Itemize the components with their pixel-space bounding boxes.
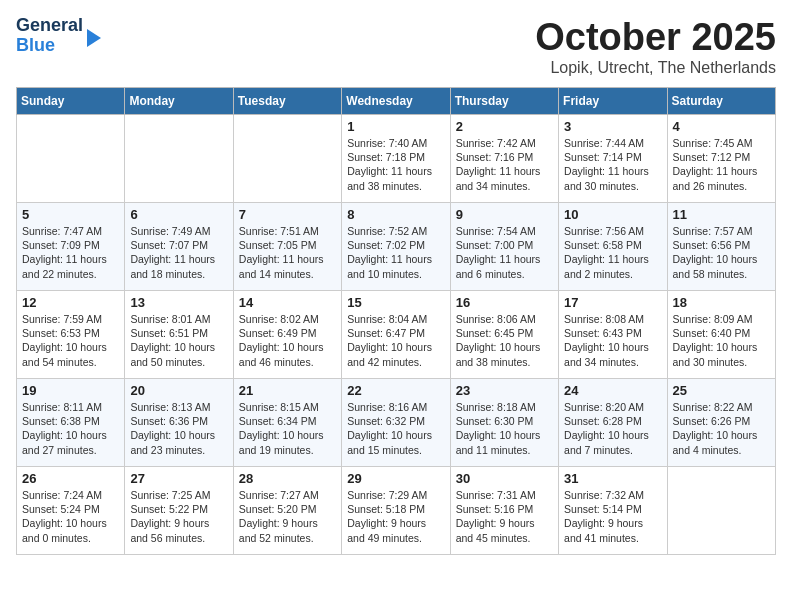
calendar-cell: 26Sunrise: 7:24 AM Sunset: 5:24 PM Dayli… <box>17 467 125 555</box>
calendar-cell: 11Sunrise: 7:57 AM Sunset: 6:56 PM Dayli… <box>667 203 775 291</box>
day-number: 11 <box>673 207 770 222</box>
day-number: 15 <box>347 295 444 310</box>
day-number: 17 <box>564 295 661 310</box>
week-row-1: 1Sunrise: 7:40 AM Sunset: 7:18 PM Daylig… <box>17 115 776 203</box>
week-row-5: 26Sunrise: 7:24 AM Sunset: 5:24 PM Dayli… <box>17 467 776 555</box>
day-info: Sunrise: 8:18 AM Sunset: 6:30 PM Dayligh… <box>456 400 553 457</box>
calendar-cell: 3Sunrise: 7:44 AM Sunset: 7:14 PM Daylig… <box>559 115 667 203</box>
day-number: 14 <box>239 295 336 310</box>
day-info: Sunrise: 7:24 AM Sunset: 5:24 PM Dayligh… <box>22 488 119 545</box>
day-info: Sunrise: 7:51 AM Sunset: 7:05 PM Dayligh… <box>239 224 336 281</box>
calendar-cell <box>125 115 233 203</box>
calendar-cell: 4Sunrise: 7:45 AM Sunset: 7:12 PM Daylig… <box>667 115 775 203</box>
logo-line1: General <box>16 16 83 36</box>
day-info: Sunrise: 8:13 AM Sunset: 6:36 PM Dayligh… <box>130 400 227 457</box>
day-number: 2 <box>456 119 553 134</box>
day-number: 6 <box>130 207 227 222</box>
day-info: Sunrise: 8:16 AM Sunset: 6:32 PM Dayligh… <box>347 400 444 457</box>
calendar-cell: 9Sunrise: 7:54 AM Sunset: 7:00 PM Daylig… <box>450 203 558 291</box>
day-number: 27 <box>130 471 227 486</box>
weekday-header-friday: Friday <box>559 88 667 115</box>
calendar-cell: 14Sunrise: 8:02 AM Sunset: 6:49 PM Dayli… <box>233 291 341 379</box>
day-number: 23 <box>456 383 553 398</box>
calendar-cell: 16Sunrise: 8:06 AM Sunset: 6:45 PM Dayli… <box>450 291 558 379</box>
day-number: 19 <box>22 383 119 398</box>
day-number: 18 <box>673 295 770 310</box>
day-number: 10 <box>564 207 661 222</box>
day-info: Sunrise: 7:42 AM Sunset: 7:16 PM Dayligh… <box>456 136 553 193</box>
weekday-header-sunday: Sunday <box>17 88 125 115</box>
day-info: Sunrise: 7:54 AM Sunset: 7:00 PM Dayligh… <box>456 224 553 281</box>
weekday-header-row: SundayMondayTuesdayWednesdayThursdayFrid… <box>17 88 776 115</box>
week-row-2: 5Sunrise: 7:47 AM Sunset: 7:09 PM Daylig… <box>17 203 776 291</box>
day-number: 7 <box>239 207 336 222</box>
calendar-cell: 10Sunrise: 7:56 AM Sunset: 6:58 PM Dayli… <box>559 203 667 291</box>
day-number: 29 <box>347 471 444 486</box>
day-info: Sunrise: 7:52 AM Sunset: 7:02 PM Dayligh… <box>347 224 444 281</box>
day-info: Sunrise: 7:27 AM Sunset: 5:20 PM Dayligh… <box>239 488 336 545</box>
logo: General Blue <box>16 16 101 56</box>
calendar-cell: 12Sunrise: 7:59 AM Sunset: 6:53 PM Dayli… <box>17 291 125 379</box>
day-number: 12 <box>22 295 119 310</box>
day-info: Sunrise: 7:40 AM Sunset: 7:18 PM Dayligh… <box>347 136 444 193</box>
calendar-cell: 24Sunrise: 8:20 AM Sunset: 6:28 PM Dayli… <box>559 379 667 467</box>
day-number: 28 <box>239 471 336 486</box>
weekday-header-saturday: Saturday <box>667 88 775 115</box>
day-info: Sunrise: 8:22 AM Sunset: 6:26 PM Dayligh… <box>673 400 770 457</box>
logo-arrow-icon <box>87 29 101 47</box>
day-info: Sunrise: 8:09 AM Sunset: 6:40 PM Dayligh… <box>673 312 770 369</box>
weekday-header-tuesday: Tuesday <box>233 88 341 115</box>
day-number: 13 <box>130 295 227 310</box>
day-info: Sunrise: 8:08 AM Sunset: 6:43 PM Dayligh… <box>564 312 661 369</box>
calendar-cell: 2Sunrise: 7:42 AM Sunset: 7:16 PM Daylig… <box>450 115 558 203</box>
page-header: General Blue October 2025 Lopik, Utrecht… <box>16 16 776 77</box>
day-number: 30 <box>456 471 553 486</box>
day-info: Sunrise: 7:57 AM Sunset: 6:56 PM Dayligh… <box>673 224 770 281</box>
day-number: 24 <box>564 383 661 398</box>
day-info: Sunrise: 7:56 AM Sunset: 6:58 PM Dayligh… <box>564 224 661 281</box>
weekday-header-wednesday: Wednesday <box>342 88 450 115</box>
day-number: 31 <box>564 471 661 486</box>
day-info: Sunrise: 7:47 AM Sunset: 7:09 PM Dayligh… <box>22 224 119 281</box>
day-info: Sunrise: 8:04 AM Sunset: 6:47 PM Dayligh… <box>347 312 444 369</box>
day-number: 20 <box>130 383 227 398</box>
day-number: 16 <box>456 295 553 310</box>
calendar-cell: 30Sunrise: 7:31 AM Sunset: 5:16 PM Dayli… <box>450 467 558 555</box>
day-info: Sunrise: 7:31 AM Sunset: 5:16 PM Dayligh… <box>456 488 553 545</box>
day-info: Sunrise: 8:02 AM Sunset: 6:49 PM Dayligh… <box>239 312 336 369</box>
logo-text: General Blue <box>16 16 83 56</box>
day-info: Sunrise: 8:15 AM Sunset: 6:34 PM Dayligh… <box>239 400 336 457</box>
calendar-cell: 21Sunrise: 8:15 AM Sunset: 6:34 PM Dayli… <box>233 379 341 467</box>
week-row-4: 19Sunrise: 8:11 AM Sunset: 6:38 PM Dayli… <box>17 379 776 467</box>
calendar-cell: 19Sunrise: 8:11 AM Sunset: 6:38 PM Dayli… <box>17 379 125 467</box>
calendar-cell: 6Sunrise: 7:49 AM Sunset: 7:07 PM Daylig… <box>125 203 233 291</box>
weekday-header-monday: Monday <box>125 88 233 115</box>
day-info: Sunrise: 8:01 AM Sunset: 6:51 PM Dayligh… <box>130 312 227 369</box>
calendar-cell: 18Sunrise: 8:09 AM Sunset: 6:40 PM Dayli… <box>667 291 775 379</box>
month-title: October 2025 <box>535 16 776 59</box>
day-info: Sunrise: 7:32 AM Sunset: 5:14 PM Dayligh… <box>564 488 661 545</box>
logo-line2: Blue <box>16 36 83 56</box>
calendar-cell: 13Sunrise: 8:01 AM Sunset: 6:51 PM Dayli… <box>125 291 233 379</box>
day-info: Sunrise: 7:44 AM Sunset: 7:14 PM Dayligh… <box>564 136 661 193</box>
day-number: 5 <box>22 207 119 222</box>
week-row-3: 12Sunrise: 7:59 AM Sunset: 6:53 PM Dayli… <box>17 291 776 379</box>
calendar-table: SundayMondayTuesdayWednesdayThursdayFrid… <box>16 87 776 555</box>
location: Lopik, Utrecht, The Netherlands <box>535 59 776 77</box>
day-info: Sunrise: 7:29 AM Sunset: 5:18 PM Dayligh… <box>347 488 444 545</box>
calendar-cell: 17Sunrise: 8:08 AM Sunset: 6:43 PM Dayli… <box>559 291 667 379</box>
day-info: Sunrise: 8:11 AM Sunset: 6:38 PM Dayligh… <box>22 400 119 457</box>
calendar-cell: 27Sunrise: 7:25 AM Sunset: 5:22 PM Dayli… <box>125 467 233 555</box>
day-number: 26 <box>22 471 119 486</box>
day-number: 25 <box>673 383 770 398</box>
calendar-cell: 22Sunrise: 8:16 AM Sunset: 6:32 PM Dayli… <box>342 379 450 467</box>
day-number: 9 <box>456 207 553 222</box>
calendar-cell <box>17 115 125 203</box>
day-number: 3 <box>564 119 661 134</box>
calendar-cell <box>233 115 341 203</box>
day-info: Sunrise: 7:25 AM Sunset: 5:22 PM Dayligh… <box>130 488 227 545</box>
day-number: 1 <box>347 119 444 134</box>
weekday-header-thursday: Thursday <box>450 88 558 115</box>
day-info: Sunrise: 8:06 AM Sunset: 6:45 PM Dayligh… <box>456 312 553 369</box>
calendar-cell <box>667 467 775 555</box>
